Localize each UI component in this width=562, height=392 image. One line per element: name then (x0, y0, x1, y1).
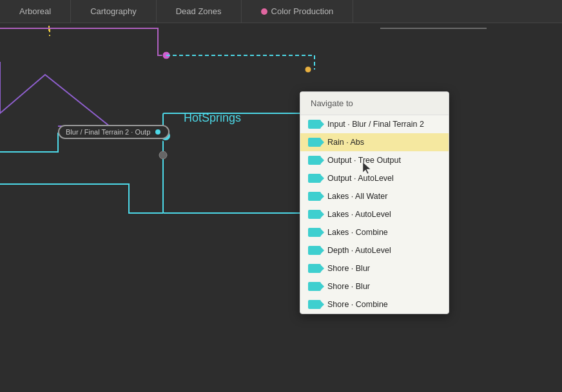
nav-icon-depth-autolevel (308, 246, 321, 255)
nav-icon-lakes-autolevel (308, 210, 321, 219)
tab-dead-zones[interactable]: Dead Zones (157, 0, 242, 23)
nav-item-shore-blur-1[interactable]: Shore · Blur (300, 259, 449, 277)
nav-icon-shore-combine (308, 300, 321, 309)
tab-dead-zones-label: Dead Zones (176, 6, 222, 16)
nav-item-rain-abs-label: Rain · Abs (327, 138, 364, 147)
nav-item-shore-blur-2[interactable]: Shore · Blur (300, 277, 449, 295)
nav-item-output-tree-label: Output · Tree Output (327, 156, 401, 165)
nav-item-lakes-allwater-label: Lakes · All Water (327, 192, 387, 201)
nav-item-depth-autolevel-label: Depth · AutoLevel (327, 246, 391, 255)
nav-item-lakes-autolevel-label: Lakes · AutoLevel (327, 210, 391, 219)
nav-item-output-autolevel[interactable]: Output · AutoLevel (300, 169, 449, 187)
nav-icon-shore-blur-2 (308, 282, 321, 291)
tab-arboreal[interactable]: Arboreal (0, 0, 71, 23)
tab-bar: Arboreal Cartography Dead Zones Color Pr… (0, 0, 562, 23)
nav-item-lakes-autolevel[interactable]: Lakes · AutoLevel (300, 205, 449, 223)
nav-icon-shore-blur-1 (308, 264, 321, 273)
nav-item-output-autolevel-label: Output · AutoLevel (327, 174, 394, 183)
tab-color-production-label: Color Production (271, 6, 334, 16)
tab-arboreal-label: Arboreal (19, 6, 51, 16)
tab-cartography-label: Cartography (90, 6, 137, 16)
nav-icon-output-autolevel (308, 174, 321, 183)
tab-color-production[interactable]: Color Production (242, 0, 354, 23)
svg-rect-8 (163, 113, 304, 213)
blur-node-connector-dot (154, 128, 162, 136)
svg-point-6 (305, 66, 311, 73)
nav-item-shore-combine-label: Shore · Combine (327, 300, 388, 309)
nav-item-lakes-combine-label: Lakes · Combine (327, 228, 388, 237)
nav-item-lakes-allwater[interactable]: Lakes · All Water (300, 187, 449, 205)
svg-point-9 (159, 151, 167, 159)
nav-item-lakes-combine[interactable]: Lakes · Combine (300, 223, 449, 241)
navigate-dropdown: Navigate to Input · Blur / Final Terrain… (300, 91, 449, 314)
nav-icon-input-blur (308, 120, 321, 129)
nav-item-input-blur-label: Input · Blur / Final Terrain 2 (327, 120, 424, 129)
navigate-header: Navigate to (300, 92, 449, 115)
nav-item-output-tree[interactable]: Output · Tree Output (300, 151, 449, 169)
nav-item-shore-combine[interactable]: Shore · Combine (300, 295, 449, 313)
blur-node-label: Blur / Final Terrain 2 · Outp (66, 128, 150, 136)
color-production-dot (261, 8, 267, 15)
canvas-area: HotSprings Blur / Final Terrain 2 · Outp… (0, 23, 562, 392)
nav-icon-lakes-allwater (308, 192, 321, 201)
nav-item-shore-blur-2-label: Shore · Blur (327, 282, 370, 291)
nav-item-shore-blur-1-label: Shore · Blur (327, 264, 370, 273)
nav-icon-lakes-combine (308, 228, 321, 237)
nav-item-depth-autolevel[interactable]: Depth · AutoLevel (300, 241, 449, 259)
blur-node[interactable]: Blur / Final Terrain 2 · Outp (58, 125, 170, 139)
canvas-svg (0, 23, 562, 392)
nav-item-input-blur[interactable]: Input · Blur / Final Terrain 2 (300, 115, 449, 133)
nav-icon-output-tree (308, 156, 321, 165)
tab-cartography[interactable]: Cartography (71, 0, 157, 23)
nav-item-rain-abs[interactable]: Rain · Abs (300, 133, 449, 151)
nav-icon-rain-abs (308, 138, 321, 147)
